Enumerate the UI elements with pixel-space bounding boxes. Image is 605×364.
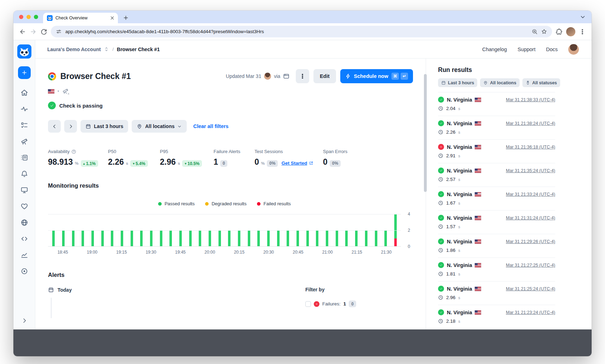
run-result-row[interactable]: N. Virginia Mar 31 21:25:24 (UTC-4) 2.96… — [438, 281, 555, 305]
chart-bar[interactable] — [296, 230, 299, 247]
user-avatar[interactable] — [568, 44, 579, 55]
run-timestamp-link[interactable]: Mar 31 21:38:24 (UTC-4) — [506, 121, 555, 126]
chart-bar[interactable] — [218, 230, 221, 247]
chart-bar[interactable] — [150, 230, 152, 247]
sidebar-collapse-button[interactable] — [21, 317, 28, 324]
main-scrollbar[interactable] — [424, 74, 427, 192]
chart-bar[interactable] — [179, 230, 182, 247]
sidebar-item-bell[interactable] — [20, 170, 28, 178]
sidebar-item-telescope[interactable] — [20, 138, 28, 145]
chart-bar[interactable] — [111, 230, 113, 247]
chart-bar[interactable] — [82, 230, 84, 247]
chart-bar[interactable] — [267, 230, 270, 247]
extensions-icon[interactable] — [556, 28, 563, 35]
sidebar-item-heartbeats[interactable] — [20, 202, 28, 210]
header-link-changelog[interactable]: Changelog — [482, 47, 507, 52]
sidebar-item-dashboards[interactable] — [20, 251, 28, 259]
checkly-logo[interactable] — [17, 44, 31, 59]
run-filter-chip-status[interactable]: All statuses — [522, 78, 560, 87]
back-button[interactable] — [19, 28, 26, 35]
chart-bar[interactable] — [169, 230, 172, 247]
new-tab-button[interactable] — [123, 15, 129, 21]
browser-profile-avatar[interactable] — [566, 27, 575, 36]
run-result-row[interactable]: N. Virginia Mar 31 21:38:24 (UTC-4) 2.26… — [438, 116, 555, 140]
chart-bar[interactable] — [375, 230, 377, 247]
chart-bar[interactable] — [101, 230, 104, 247]
edit-button[interactable]: Edit — [313, 69, 336, 83]
chart-bar[interactable] — [365, 230, 367, 247]
chart-bar[interactable] — [140, 230, 143, 247]
chart-bar[interactable] — [336, 230, 338, 247]
header-link-support[interactable]: Support — [517, 47, 535, 52]
run-result-row[interactable]: N. Virginia Mar 31 21:27:25 (UTC-4) 1.81… — [438, 258, 555, 281]
chart-bar[interactable] — [160, 230, 162, 247]
chart-bar[interactable] — [209, 230, 211, 247]
chart-bar[interactable] — [62, 230, 65, 247]
run-timestamp-link[interactable]: Mar 31 21:23:24 (UTC-4) — [506, 310, 555, 315]
help-icon[interactable] — [71, 149, 76, 154]
zoom-icon[interactable] — [532, 29, 538, 35]
run-result-row[interactable]: N. Virginia Mar 31 21:29:26 (UTC-4) 1.86… — [438, 234, 555, 258]
reload-button[interactable] — [40, 28, 47, 35]
run-timestamp-link[interactable]: Mar 31 21:29:26 (UTC-4) — [506, 239, 555, 244]
run-timestamp-link[interactable]: Mar 31 21:33:24 (UTC-4) — [506, 192, 555, 197]
tab-search-chevron-icon[interactable] — [580, 14, 586, 20]
sidebar-item-checks[interactable] — [20, 121, 28, 129]
tab-close-icon[interactable] — [109, 15, 115, 21]
run-result-row[interactable]: N. Virginia Mar 31 21:35:24 (UTC-4) 2.57… — [438, 163, 555, 187]
header-link-docs[interactable]: Docs — [546, 47, 558, 52]
run-timestamp-link[interactable]: Mar 31 21:35:24 (UTC-4) — [506, 168, 555, 173]
run-timestamp-link[interactable]: Mar 31 21:31:24 (UTC-4) — [506, 216, 555, 220]
bookmark-star-icon[interactable] — [541, 29, 547, 35]
chart-bar[interactable] — [287, 230, 289, 247]
run-result-row[interactable]: N. Virginia Mar 31 21:36:18 (UTC-4) 2.91… — [438, 140, 555, 163]
run-result-row[interactable]: N. Virginia Mar 31 21:33:24 (UTC-4) 1.67… — [438, 187, 555, 211]
run-timestamp-link[interactable]: Mar 31 21:36:18 (UTC-4) — [506, 145, 555, 150]
sidebar-item-monitor[interactable] — [20, 186, 28, 194]
run-result-row[interactable]: N. Virginia Mar 31 21:38:33 (UTC-4) 2.04… — [438, 92, 555, 116]
chart-bar[interactable] — [189, 230, 192, 247]
address-bar[interactable]: app.checklyhq.com/checks/e45dacab-8de1-4… — [51, 26, 552, 37]
chart-bar[interactable] — [257, 230, 260, 247]
sidebar-item-home[interactable] — [20, 89, 28, 97]
sidebar-item-code[interactable] — [20, 235, 28, 243]
run-filter-chip-calendar[interactable]: Last 3 hours — [438, 78, 477, 87]
updated-by-avatar[interactable] — [264, 73, 271, 80]
run-result-row[interactable]: N. Virginia Mar 31 21:23:24 (UTC-4) 2.18… — [438, 305, 555, 329]
chart-bar[interactable] — [238, 230, 240, 247]
run-timestamp-link[interactable]: Mar 31 21:38:33 (UTC-4) — [506, 97, 555, 102]
run-result-row[interactable]: N. Virginia Mar 31 21:31:24 (UTC-4) 1.57… — [438, 211, 555, 234]
chart-bar[interactable] — [72, 230, 74, 247]
chart-bar[interactable] — [199, 230, 201, 247]
sidebar-item-globe[interactable] — [20, 219, 28, 226]
run-timestamp-link[interactable]: Mar 31 21:27:25 (UTC-4) — [506, 263, 555, 268]
minimize-window-button[interactable] — [26, 15, 31, 19]
run-timestamp-link[interactable]: Mar 31 21:25:24 (UTC-4) — [506, 286, 555, 291]
chart-bar[interactable] — [248, 230, 250, 247]
get-started-link[interactable]: Get Started — [281, 160, 313, 166]
close-window-button[interactable] — [19, 15, 23, 19]
forward-button[interactable] — [30, 28, 37, 35]
chart-bar[interactable] — [131, 230, 133, 247]
chart-bar[interactable] — [277, 230, 280, 247]
chart-bar[interactable] — [345, 230, 348, 247]
locations-chip[interactable]: All locations — [132, 120, 187, 133]
chart-bar[interactable] — [52, 230, 55, 247]
sidebar-item-activity[interactable] — [20, 105, 28, 113]
sidebar-item-logs[interactable] — [20, 154, 28, 162]
legend-item[interactable]: Failed results — [257, 201, 290, 206]
failures-checkbox[interactable] — [305, 301, 311, 307]
browser-tab[interactable]: Check Overview — [43, 13, 118, 23]
sidebar-item-locations[interactable] — [20, 267, 28, 275]
next-range-button[interactable] — [64, 120, 77, 133]
browser-menu-icon[interactable] — [579, 28, 586, 35]
chart-bar[interactable] — [306, 230, 309, 247]
schedule-now-button[interactable]: Schedule now ⌘↵ — [340, 69, 413, 83]
chart-bar[interactable] — [316, 230, 318, 247]
maximize-window-button[interactable] — [34, 15, 38, 19]
legend-item[interactable]: Passed results — [158, 201, 194, 206]
chart-bar[interactable] — [121, 230, 123, 247]
account-switcher[interactable]: Laura's Demo Account — [47, 47, 101, 52]
chart-bar[interactable] — [326, 230, 328, 247]
chart-bar[interactable] — [384, 230, 387, 247]
